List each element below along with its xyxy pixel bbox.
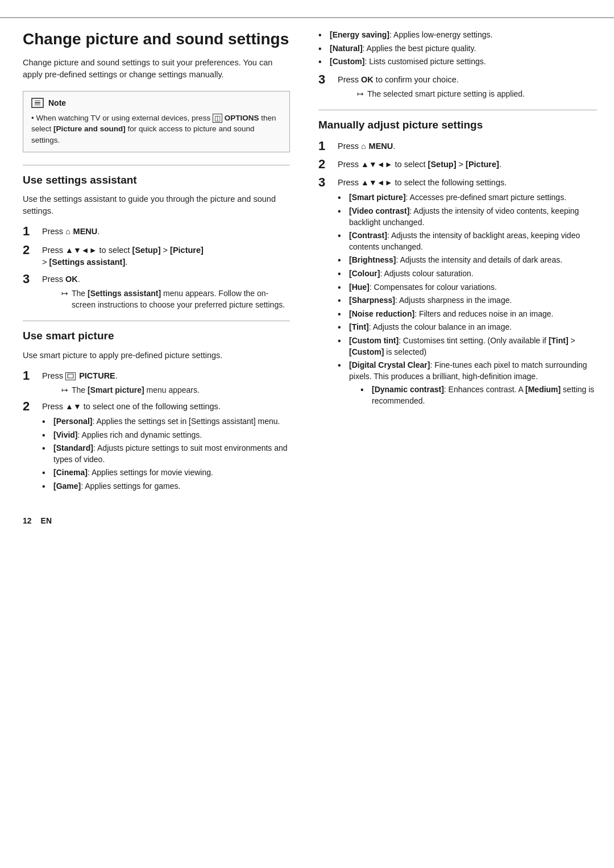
bullet-vivid: •	[42, 430, 51, 441]
step-sp1-result-text: The [Smart picture] menu appears.	[72, 384, 200, 396]
sub-item-dcc-text: [Digital Crystal Clear]: Fine-tunes each…	[349, 360, 597, 409]
arrow-sym-3: ↦	[61, 288, 68, 299]
step-num-sp1: 1	[23, 368, 38, 383]
step-3-ok: OK	[65, 275, 78, 284]
bullet-personal: •	[42, 416, 51, 427]
bullet-smart: •	[338, 192, 347, 203]
manual-sub-list: • [Smart picture]: Accesses pre-defined …	[338, 192, 597, 409]
sub-item-vivid: • [Vivid]: Applies rich and dynamic sett…	[42, 430, 290, 441]
nav-arrows-sp2: ▲▼	[65, 402, 81, 411]
page-lang: EN	[41, 515, 52, 526]
step-num-m3: 3	[318, 175, 333, 190]
sub-item-dc-text: [Dynamic contrast]: Enhances contrast. A…	[372, 384, 597, 406]
bullet-contrast: •	[338, 230, 347, 241]
sub-item-custom-tint: • [Custom tint]: Customises tint setting…	[338, 335, 597, 358]
house-icon-m1: ⌂	[361, 142, 366, 151]
sub-item-brightness-text: [Brightness]: Adjusts the intensity and …	[349, 255, 562, 266]
note-text1: • When watching TV or using external dev…	[31, 114, 213, 122]
sub-item-colour: • [Colour]: Adjusts colour saturation.	[338, 268, 597, 280]
bullet-custom: •	[318, 56, 327, 67]
smart-picture-sub-list-right: • [Energy saving]: Applies low-energy se…	[318, 30, 597, 68]
sub-item-cinema: • [Cinema]: Applies settings for movie v…	[42, 467, 290, 479]
step-3-smart-picture: 3 Press OK to confirm your choice. ↦ The…	[318, 72, 597, 99]
step-3-result: ↦ The [Settings assistant] menu appears.…	[61, 288, 290, 311]
sub-item-sharpness: • [Sharpness]: Adjusts sharpness in the …	[338, 295, 597, 306]
divider-settings-assistant	[23, 165, 290, 165]
sub-item-tint-text: [Tint]: Adjusts the colour balance in an…	[349, 322, 512, 333]
step-sp3-ok: OK	[361, 75, 374, 84]
sub-item-custom-text: [Custom]: Lists customised picture setti…	[330, 56, 486, 68]
step-content-1: Press ⌂ MENU.	[42, 224, 290, 238]
step-2-setup: [Setup]	[132, 246, 161, 255]
section-title-settings-assistant: Use settings assistant	[23, 172, 290, 188]
step-sp3-result: ↦ The selected smart picture setting is …	[357, 88, 597, 99]
sub-item-contrast: • [Contrast]: Adjusts the intensity of b…	[338, 230, 597, 252]
note-box: Note • When watching TV or using externa…	[23, 91, 290, 152]
step-2-settings-assistant: [Settings assistant]	[49, 258, 126, 267]
section-intro-settings-assistant: Use the settings assistant to guide you …	[23, 193, 290, 217]
step-sp1-picture: PICTURE	[79, 371, 115, 380]
step-1-manual: 1 Press ⌂ MENU.	[318, 139, 597, 153]
sub-item-brightness: • [Brightness]: Adjusts the intensity an…	[338, 255, 597, 266]
sub-item-vivid-text: [Vivid]: Applies rich and dynamic settin…	[53, 430, 202, 441]
steps-manually-adjust: 1 Press ⌂ MENU. 2 Press ▲▼◄► to select […	[318, 139, 597, 412]
sub-item-smart-picture: • [Smart picture]: Accesses pre-defined …	[338, 192, 597, 203]
section-intro-smart-picture: Use smart picture to apply pre-defined p…	[23, 350, 290, 362]
step-m2-picture: [Picture]	[466, 160, 499, 169]
step-2-manual: 2 Press ▲▼◄► to select [Setup] > [Pictur…	[318, 157, 597, 172]
step-2-settings-assistant: 2 Press ▲▼◄► to select [Setup] > [Pictur…	[23, 243, 290, 268]
note-options-icon: ◫	[213, 114, 222, 123]
step-3-result-text: The [Settings assistant] menu appears. F…	[72, 288, 290, 311]
steps-settings-assistant: 1 Press ⌂ MENU. 2 Press ▲▼◄► to select […	[23, 224, 290, 310]
bullet-sharpness: •	[338, 295, 347, 306]
step-3-settings-assistant: 3 Press OK. ↦ The [Settings assistant] m…	[23, 272, 290, 311]
sub-item-standard-text: [Standard]: Adjusts picture settings to …	[53, 443, 290, 465]
sub-item-dynamic-contrast: • [Dynamic contrast]: Enhances contrast.…	[360, 384, 597, 406]
intro-text: Change picture and sound settings to sui…	[23, 57, 290, 81]
sub-item-noise: • [Noise reduction]: Filters and reduces…	[338, 309, 597, 320]
bullet-standard: •	[42, 443, 51, 454]
section-title-smart-picture: Use smart picture	[23, 328, 290, 344]
arrow-sym-sp3: ↦	[357, 88, 364, 99]
bullet-custom-tint: •	[338, 335, 347, 346]
step-content-3: Press OK. ↦ The [Settings assistant] men…	[42, 272, 290, 311]
step-content-m3: Press ▲▼◄► to select the following setti…	[338, 175, 597, 411]
nav-arrows-m2: ▲▼◄►	[361, 160, 392, 169]
sub-item-personal-text: [Personal]: Applies the settings set in …	[53, 416, 280, 427]
bullet-vc: •	[338, 206, 347, 217]
step-num-m1: 1	[318, 139, 333, 153]
sub-item-natural: • [Natural]: Applies the best picture qu…	[318, 43, 597, 55]
step-2-smart-picture: 2 Press ▲▼ to select one of the followin…	[23, 399, 290, 495]
divider-manually-adjust	[318, 110, 597, 110]
sub-item-vc-text: [Video contrast]: Adjusts the intensity …	[349, 206, 597, 228]
step-2-picture: [Picture]	[170, 246, 204, 255]
dcc-sub-list: • [Dynamic contrast]: Enhances contrast.…	[360, 384, 597, 406]
svg-rect-1	[68, 374, 73, 378]
bullet-energy: •	[318, 30, 327, 40]
sub-item-sharpness-text: [Sharpness]: Adjusts sharpness in the im…	[349, 295, 512, 306]
nav-arrows-2: ▲▼◄►	[65, 246, 97, 255]
note-icon	[31, 98, 44, 108]
sub-item-tint: • [Tint]: Adjusts the colour balance in …	[338, 322, 597, 333]
smart-picture-sub-list: • [Personal]: Applies the settings set i…	[42, 416, 290, 492]
house-icon-1: ⌂	[65, 227, 70, 236]
step-3-manual: 3 Press ▲▼◄► to select the following set…	[318, 175, 597, 411]
sub-item-noise-text: [Noise reduction]: Filters and reduces n…	[349, 309, 553, 320]
sub-item-dcc: • [Digital Crystal Clear]: Fine-tunes ea…	[338, 360, 597, 409]
arrow-sym-sp1: ↦	[61, 384, 68, 396]
sub-item-cinema-text: [Cinema]: Applies settings for movie vie…	[53, 467, 213, 479]
step-sp3-result-text: The selected smart picture setting is ap…	[367, 88, 525, 99]
sub-item-natural-text: [Natural]: Applies the best picture qual…	[330, 43, 476, 55]
bullet-natural: •	[318, 43, 327, 54]
step-content-sp1: Press PICTURE. ↦ The [Smart picture] men…	[42, 368, 290, 396]
sub-item-custom-tint-text: [Custom tint]: Customises tint setting. …	[349, 335, 597, 358]
sub-item-custom: • [Custom]: Lists customised picture set…	[318, 56, 597, 68]
note-bold-link: [Picture and sound]	[53, 124, 126, 133]
bullet-dc: •	[360, 384, 370, 395]
bullet-colour: •	[338, 268, 347, 279]
note-label: Note	[48, 97, 66, 109]
page-title: Change picture and sound settings	[23, 30, 290, 49]
step-sp1-result: ↦ The [Smart picture] menu appears.	[61, 384, 290, 396]
step-1-bold: MENU	[73, 227, 98, 236]
sub-item-video-contrast: • [Video contrast]: Adjusts the intensit…	[338, 206, 597, 228]
